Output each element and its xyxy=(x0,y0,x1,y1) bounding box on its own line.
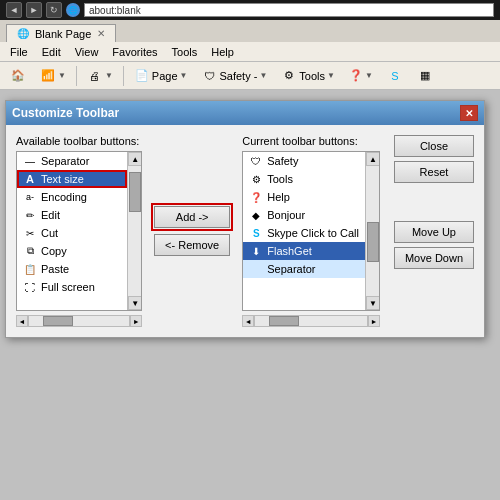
hscroll-right-arrow[interactable]: ► xyxy=(130,315,142,327)
home-icon: 🏠 xyxy=(10,68,26,84)
reset-button[interactable]: Reset xyxy=(394,161,474,183)
help-label: ❓ xyxy=(349,69,363,82)
scroll-thumb[interactable] xyxy=(129,172,141,212)
list-item[interactable]: ⛶ Full screen xyxy=(17,278,127,296)
current-hscroll-thumb[interactable] xyxy=(269,316,299,326)
available-item-cut: Cut xyxy=(41,227,58,239)
current-listbox[interactable]: 🛡 Safety ⚙ Tools ❓ Help xyxy=(242,151,380,311)
flashget-list-icon: ⬇ xyxy=(249,244,263,258)
safety-chevron: ▼ xyxy=(259,71,267,80)
forward-button[interactable]: ► xyxy=(26,2,42,18)
list-item[interactable]: ✂ Cut xyxy=(17,224,127,242)
current-item-separator: Separator xyxy=(267,263,315,275)
back-button[interactable]: ◄ xyxy=(6,2,22,18)
tools-label: Tools xyxy=(299,70,325,82)
toolbar-separator-1 xyxy=(76,66,77,86)
browser-chrome: ◄ ► ↻ 🌐 xyxy=(0,0,500,20)
extra-button[interactable]: ▦ xyxy=(411,65,439,87)
list-item[interactable]: 📋 Paste xyxy=(17,260,127,278)
tab-icon: 🌐 xyxy=(17,28,29,39)
menu-tools[interactable]: Tools xyxy=(166,44,204,60)
available-panel: Available toolbar buttons: — Separator A… xyxy=(16,135,142,327)
home-button[interactable]: 🏠 xyxy=(4,65,32,87)
hscrollbar-track[interactable] xyxy=(28,315,130,327)
refresh-button[interactable]: ↻ xyxy=(46,2,62,18)
hscroll-left-arrow[interactable]: ◄ xyxy=(16,315,28,327)
cut-item-icon: ✂ xyxy=(23,226,37,240)
paste-item-icon: 📋 xyxy=(23,262,37,276)
current-scroll-down[interactable]: ▼ xyxy=(366,296,380,310)
customize-toolbar-dialog: Customize Toolbar ✕ Available toolbar bu… xyxy=(5,100,485,338)
current-item-flashget: FlashGet xyxy=(267,245,312,257)
rss-icon: 📶 xyxy=(40,68,56,84)
tools-button[interactable]: ⚙ Tools ▼ xyxy=(275,65,341,87)
add-button[interactable]: Add -> xyxy=(154,206,230,228)
list-item[interactable]: 🛡 Safety xyxy=(243,152,365,170)
menu-favorites[interactable]: Favorites xyxy=(106,44,163,60)
page-button[interactable]: 📄 Page ▼ xyxy=(128,65,194,87)
separator-list-icon xyxy=(249,262,263,276)
list-item[interactable]: ❓ Help xyxy=(243,188,365,206)
page-icon: 🌐 xyxy=(66,3,80,17)
available-scrollbar[interactable]: ▲ ▼ xyxy=(127,152,141,310)
menu-bar: File Edit View Favorites Tools Help xyxy=(0,42,500,62)
safety-button[interactable]: 🛡 Safety - ▼ xyxy=(195,65,273,87)
current-item-skype: Skype Click to Call xyxy=(267,227,359,239)
current-scroll-thumb[interactable] xyxy=(367,222,379,262)
menu-view[interactable]: View xyxy=(69,44,105,60)
current-scroll-up[interactable]: ▲ xyxy=(366,152,380,166)
current-hscroll-right[interactable]: ► xyxy=(368,315,380,327)
extra-icon: ▦ xyxy=(417,68,433,84)
action-buttons-panel: Close Reset Move Up Move Down xyxy=(388,135,474,327)
scroll-down-arrow[interactable]: ▼ xyxy=(128,296,142,310)
help-list-icon: ❓ xyxy=(249,190,263,204)
rss-button[interactable]: 📶 ▼ xyxy=(34,65,72,87)
move-up-button[interactable]: Move Up xyxy=(394,221,474,243)
list-item[interactable]: ◆ Bonjour xyxy=(243,206,365,224)
dialog-close-button[interactable]: ✕ xyxy=(460,105,478,121)
print-chevron: ▼ xyxy=(105,71,113,80)
close-action-button[interactable]: Close xyxy=(394,135,474,157)
page-icon: 📄 xyxy=(134,68,150,84)
current-hscrollbar-track[interactable] xyxy=(254,315,368,327)
move-down-button[interactable]: Move Down xyxy=(394,247,474,269)
menu-edit[interactable]: Edit xyxy=(36,44,67,60)
print-button[interactable]: 🖨 ▼ xyxy=(81,65,119,87)
current-item-safety: Safety xyxy=(267,155,298,167)
list-item[interactable]: — Separator xyxy=(17,152,127,170)
current-scrollbar[interactable]: ▲ ▼ xyxy=(365,152,379,310)
available-listbox[interactable]: — Separator A Text size a- Encoding xyxy=(16,151,142,311)
list-item[interactable]: ⚙ Tools xyxy=(243,170,365,188)
list-item[interactable]: ⧉ Copy xyxy=(17,242,127,260)
list-item[interactable]: ⬇ FlashGet xyxy=(243,242,365,260)
bonjour-list-icon: ◆ xyxy=(249,208,263,222)
current-item-help: Help xyxy=(267,191,290,203)
safety-icon: 🛡 xyxy=(201,68,217,84)
tools-chevron: ▼ xyxy=(327,71,335,80)
menu-help[interactable]: Help xyxy=(205,44,240,60)
skype-button[interactable]: S xyxy=(381,65,409,87)
current-item-tools: Tools xyxy=(267,173,293,185)
scroll-up-arrow[interactable]: ▲ xyxy=(128,152,142,166)
list-item[interactable]: A Text size xyxy=(17,170,127,188)
dialog-body: Available toolbar buttons: — Separator A… xyxy=(6,125,484,337)
browser-tab[interactable]: 🌐 Blank Page ✕ xyxy=(6,24,116,42)
hscroll-thumb[interactable] xyxy=(43,316,73,326)
available-label: Available toolbar buttons: xyxy=(16,135,142,147)
help-button[interactable]: ❓ ▼ xyxy=(343,66,379,85)
list-item[interactable]: S Skype Click to Call xyxy=(243,224,365,242)
tab-close-button[interactable]: ✕ xyxy=(97,28,105,39)
edit-item-icon: ✏ xyxy=(23,208,37,222)
page-chevron: ▼ xyxy=(180,71,188,80)
available-item-copy: Copy xyxy=(41,245,67,257)
dialog-title: Customize Toolbar xyxy=(12,106,119,120)
toolbar-separator-2 xyxy=(123,66,124,86)
list-item[interactable]: Separator xyxy=(243,260,365,278)
address-bar[interactable] xyxy=(84,3,494,17)
menu-file[interactable]: File xyxy=(4,44,34,60)
list-item[interactable]: ✏ Edit xyxy=(17,206,127,224)
remove-button[interactable]: <- Remove xyxy=(154,234,230,256)
current-hscroll-left[interactable]: ◄ xyxy=(242,315,254,327)
available-hscroll: ◄ ► xyxy=(16,315,142,327)
list-item[interactable]: a- Encoding xyxy=(17,188,127,206)
